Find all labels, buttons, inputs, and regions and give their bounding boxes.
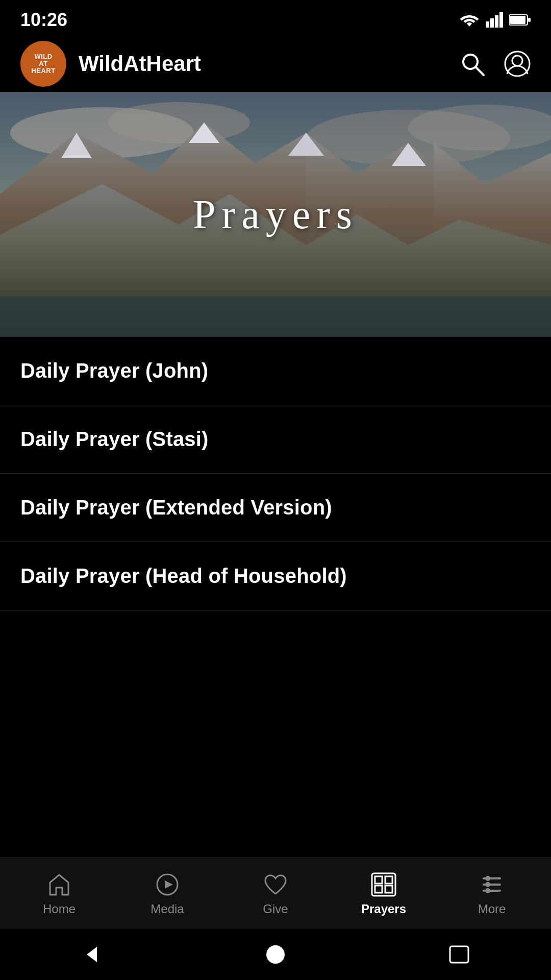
nav-item-home[interactable]: Home <box>5 866 113 921</box>
svg-point-10 <box>512 56 522 66</box>
profile-icon <box>504 51 531 77</box>
search-icon <box>459 51 486 77</box>
give-nav-icon <box>262 871 289 898</box>
search-button[interactable] <box>459 51 486 77</box>
more-icon <box>480 873 504 896</box>
home-button[interactable] <box>265 944 286 965</box>
bottom-nav: Home Media Give P <box>0 857 551 929</box>
heart-icon <box>263 873 288 896</box>
home-icon <box>47 872 71 897</box>
svg-line-8 <box>475 67 484 75</box>
prayer-item-4[interactable]: Daily Prayer (Head of Household) <box>0 542 551 610</box>
svg-rect-0 <box>486 21 489 28</box>
wifi-icon <box>459 12 480 28</box>
svg-rect-6 <box>528 18 531 22</box>
prayer-item-2[interactable]: Daily Prayer (Stasi) <box>0 405 551 474</box>
logo-text: WILDATHEART <box>31 53 55 75</box>
svg-rect-30 <box>385 876 392 884</box>
status-bar: 10:26 <box>0 0 551 36</box>
nav-label-home: Home <box>43 902 76 916</box>
svg-rect-41 <box>450 946 468 963</box>
app-logo[interactable]: WILDATHEART <box>20 41 66 87</box>
nav-item-give[interactable]: Give <box>221 866 330 921</box>
svg-point-37 <box>485 882 490 887</box>
hero-title: Prayers <box>193 191 358 238</box>
svg-point-13 <box>107 102 250 143</box>
back-button[interactable] <box>82 944 102 965</box>
svg-marker-27 <box>165 880 173 889</box>
svg-rect-5 <box>510 16 525 24</box>
svg-rect-3 <box>499 12 503 28</box>
prayer-item-title-4: Daily Prayer (Head of Household) <box>20 565 347 587</box>
system-home-icon <box>265 944 286 965</box>
svg-point-36 <box>485 876 490 881</box>
signal-icon <box>486 12 503 28</box>
svg-point-38 <box>485 888 490 893</box>
svg-rect-2 <box>495 15 498 28</box>
svg-rect-25 <box>0 296 551 337</box>
status-icons <box>459 12 531 28</box>
nav-label-media: Media <box>151 902 184 916</box>
status-time: 10:26 <box>20 9 67 31</box>
more-nav-icon <box>479 871 505 898</box>
app-header: WILDATHEART WildAtHeart <box>0 36 551 92</box>
profile-button[interactable] <box>504 51 531 77</box>
prayer-item-title-3: Daily Prayer (Extended Version) <box>20 496 332 519</box>
svg-rect-32 <box>385 886 392 893</box>
system-nav-bar <box>0 929 551 980</box>
battery-icon <box>509 14 531 26</box>
prayer-item-title-1: Daily Prayer (John) <box>20 359 208 382</box>
svg-rect-31 <box>375 886 382 893</box>
recents-icon <box>449 945 469 964</box>
prayers-nav-icon <box>370 871 397 898</box>
prayer-item-3[interactable]: Daily Prayer (Extended Version) <box>0 474 551 542</box>
media-nav-icon <box>154 871 181 898</box>
home-nav-icon <box>46 871 72 898</box>
hero-section: Prayers <box>0 92 551 337</box>
prayers-icon <box>371 872 396 897</box>
nav-label-prayers: Prayers <box>361 902 406 916</box>
header-actions <box>459 51 531 77</box>
nav-item-media[interactable]: Media <box>113 866 221 921</box>
back-icon <box>82 944 102 965</box>
nav-item-more[interactable]: More <box>438 866 546 921</box>
prayer-list: Daily Prayer (John) Daily Prayer (Stasi)… <box>0 337 551 610</box>
svg-point-40 <box>266 945 285 964</box>
svg-rect-29 <box>375 876 382 884</box>
app-title: WildAtHeart <box>79 52 459 76</box>
prayer-item-title-2: Daily Prayer (Stasi) <box>20 428 209 450</box>
nav-label-more: More <box>478 902 506 916</box>
prayer-item-1[interactable]: Daily Prayer (John) <box>0 337 551 405</box>
svg-marker-39 <box>87 947 97 962</box>
nav-item-prayers[interactable]: Prayers <box>330 866 438 921</box>
recents-button[interactable] <box>449 945 469 964</box>
nav-label-give: Give <box>263 902 288 916</box>
svg-rect-1 <box>490 18 494 28</box>
media-icon <box>155 872 180 897</box>
